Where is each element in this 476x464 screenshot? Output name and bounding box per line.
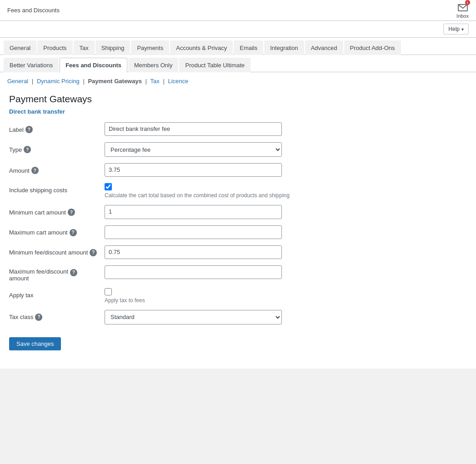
include-shipping-checkbox[interactable] (105, 183, 112, 190)
type-select[interactable]: Percentage fee Fixed fee Percentage disc… (105, 142, 282, 157)
max-cart-input[interactable] (105, 225, 282, 239)
amount-text: Amount (9, 167, 30, 174)
apply-tax-hint: Apply tax to fees (105, 297, 400, 304)
apply-tax-row: Apply tax Apply tax to fees (9, 288, 400, 304)
apply-tax-checkbox-row (105, 288, 400, 295)
min-cart-label: Minimum cart amount ? (9, 205, 105, 216)
help-button[interactable]: Help (443, 24, 469, 35)
inbox-button[interactable]: 1 Inbox (456, 2, 469, 19)
apply-tax-text: Apply tax (9, 292, 33, 299)
include-shipping-text: Include shipping costs (9, 187, 67, 194)
tab-emails[interactable]: Emails (234, 40, 263, 55)
breadcrumb-sep-2: | (83, 78, 86, 85)
amount-field-wrapper (105, 163, 400, 177)
breadcrumb-payment-gateways: Payment Gateways (88, 78, 142, 85)
max-cart-label: Maximum cart amount ? (9, 225, 105, 236)
tab-fees-discounts[interactable]: Fees and Discounts (60, 58, 127, 72)
inbox-label: Inbox (456, 13, 469, 19)
tab-general[interactable]: General (4, 40, 36, 55)
secondary-tabs: Better Variations Fees and Discounts Mem… (0, 55, 476, 72)
tax-class-row: Tax class ? Standard Reduced rate Zero r… (9, 310, 400, 324)
type-text: Type (9, 146, 22, 153)
breadcrumb-sep-4: | (163, 78, 166, 85)
page-heading: Payment Gateways (9, 94, 400, 105)
tab-better-variations[interactable]: Better Variations (4, 58, 59, 72)
label-label: Label ? (9, 122, 105, 133)
breadcrumb-sep-3: | (145, 78, 149, 85)
min-cart-text: Minimum cart amount (9, 209, 66, 216)
page-title-top: Fees and Discounts (7, 7, 60, 14)
section-subtitle: Direct bank transfer (9, 108, 400, 115)
tab-advanced[interactable]: Advanced (305, 40, 343, 55)
save-button[interactable]: Save changes (9, 337, 61, 350)
max-fee-input[interactable] (105, 265, 282, 279)
min-fee-text: Minimum fee/discount amount (9, 249, 88, 256)
tax-class-label: Tax class ? (9, 310, 105, 321)
apply-tax-label: Apply tax (9, 288, 105, 299)
min-cart-input[interactable] (105, 205, 282, 219)
breadcrumb-general[interactable]: General (7, 78, 28, 85)
include-shipping-row: Include shipping costs Calculate the car… (9, 183, 400, 199)
tax-class-help-icon[interactable]: ? (35, 314, 42, 321)
amount-label: Amount ? (9, 163, 105, 174)
max-fee-text: Maximum fee/discountamount (9, 268, 68, 282)
top-bar: Fees and Discounts 1 Inbox (0, 0, 476, 21)
label-text: Label (9, 126, 24, 133)
min-cart-field-wrapper (105, 205, 400, 219)
tab-tax[interactable]: Tax (74, 40, 95, 55)
include-shipping-hint: Calculate the cart total based on the co… (105, 192, 400, 199)
tax-class-select[interactable]: Standard Reduced rate Zero rate (105, 310, 282, 324)
tab-integration[interactable]: Integration (264, 40, 304, 55)
min-fee-input[interactable] (105, 245, 282, 259)
min-fee-label: Minimum fee/discount amount ? (9, 245, 105, 256)
min-fee-field-wrapper (105, 245, 400, 259)
min-fee-row: Minimum fee/discount amount ? (9, 245, 400, 259)
breadcrumb-sep-1: | (32, 78, 35, 85)
type-help-icon[interactable]: ? (24, 146, 31, 153)
apply-tax-checkbox[interactable] (105, 288, 112, 295)
max-cart-row: Maximum cart amount ? (9, 225, 400, 239)
tab-payments[interactable]: Payments (131, 40, 169, 55)
max-fee-field-wrapper (105, 265, 400, 279)
amount-help-icon[interactable]: ? (31, 167, 39, 174)
type-row: Type ? Percentage fee Fixed fee Percenta… (9, 142, 400, 157)
tab-accounts-privacy[interactable]: Accounts & Privacy (170, 40, 233, 55)
amount-input[interactable] (105, 163, 282, 177)
primary-tabs: General Products Tax Shipping Payments A… (0, 38, 476, 55)
type-field-wrapper: Percentage fee Fixed fee Percentage disc… (105, 142, 400, 157)
min-cart-help-icon[interactable]: ? (68, 209, 75, 216)
include-shipping-checkbox-row (105, 183, 400, 190)
max-cart-field-wrapper (105, 225, 400, 239)
tab-product-add-ons[interactable]: Product Add-Ons (344, 40, 401, 55)
main-content: Payment Gateways Direct bank transfer La… (0, 86, 409, 369)
apply-tax-field-wrapper: Apply tax to fees (105, 288, 400, 304)
max-cart-help-icon[interactable]: ? (70, 229, 77, 236)
help-bar: Help (0, 21, 476, 38)
min-fee-help-icon[interactable]: ? (90, 249, 97, 256)
max-fee-row: Maximum fee/discountamount ? (9, 265, 400, 282)
amount-row: Amount ? (9, 163, 400, 177)
max-fee-help-icon[interactable]: ? (70, 269, 77, 276)
tab-shipping[interactable]: Shipping (95, 40, 130, 55)
tax-class-text: Tax class (9, 314, 33, 320)
label-help-icon[interactable]: ? (25, 126, 33, 133)
tab-members-only[interactable]: Members Only (128, 58, 179, 72)
tab-products[interactable]: Products (37, 40, 72, 55)
breadcrumb-dynamic-pricing[interactable]: Dynamic Pricing (37, 78, 80, 85)
label-field-wrapper (105, 122, 400, 136)
include-shipping-label: Include shipping costs (9, 183, 105, 194)
label-row: Label ? (9, 122, 400, 136)
max-cart-text: Maximum cart amount (9, 229, 68, 236)
min-cart-row: Minimum cart amount ? (9, 205, 400, 219)
breadcrumb-licence[interactable]: Licence (168, 78, 188, 85)
tab-product-table-ultimate[interactable]: Product Table Ultimate (179, 58, 251, 72)
type-label: Type ? (9, 142, 105, 153)
max-fee-label: Maximum fee/discountamount ? (9, 265, 105, 282)
breadcrumb: General | Dynamic Pricing | Payment Gate… (0, 72, 476, 86)
breadcrumb-tax[interactable]: Tax (150, 78, 160, 85)
label-input[interactable] (105, 122, 282, 136)
tax-class-field-wrapper: Standard Reduced rate Zero rate (105, 310, 400, 324)
inbox-badge: 1 (465, 0, 470, 5)
include-shipping-field-wrapper: Calculate the cart total based on the co… (105, 183, 400, 199)
